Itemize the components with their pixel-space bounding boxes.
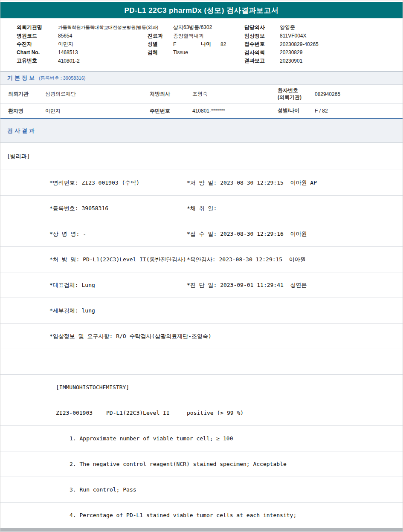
field-label: Chart No. xyxy=(17,49,58,55)
ihc-result-row: ZI23-001903 PD-L1(22C3)Level II positive… xyxy=(0,400,403,426)
field-label: 수진자 xyxy=(17,40,58,48)
field-value: 1468513 xyxy=(58,49,148,55)
field-label: 고유번호 xyxy=(17,57,58,64)
report-right-text: *접 수 일: 2023-08-30 12:29:16 이아원 xyxy=(187,230,403,238)
field-value: 상지63병동/6302 xyxy=(173,24,201,31)
field-label: 의뢰기관명 xyxy=(17,24,58,31)
report-title: PD-L1 22C3 pharmDx (성모) 검사결과보고서 xyxy=(124,6,278,15)
section-title: 기본정보 xyxy=(7,74,36,82)
report-right-text: *육안검사: 2023-08-30 12:29:15 이아원 xyxy=(187,256,403,263)
finding-row: 4. Percentage of PD-L1 stained viable tu… xyxy=(0,503,403,528)
ihc-section-row: [IMMUNOHISTOCHEMISTRY] xyxy=(0,375,403,400)
label-ordering-institution: 의뢰기관 xyxy=(8,90,45,98)
report-empty-line xyxy=(0,349,403,375)
ihc-section-header: [IMMUNOHISTOCHEMISTRY] xyxy=(56,384,129,390)
field-value: 종양혈액내과 xyxy=(173,32,201,40)
field-label: 접수번호 xyxy=(244,40,280,48)
section-subtitle: (등록번호 : 39058316) xyxy=(39,75,85,81)
finding-line: 4. Percentage of PD-L1 stained viable tu… xyxy=(70,512,296,518)
row-hospital-code: 병원코드 85654 진료과 종양혈액내과 임상정보 811VF004X xyxy=(0,32,403,40)
value-resident-number: 410801-******* xyxy=(192,108,278,114)
field-value: 82 xyxy=(220,41,244,47)
label-patient-number-line1: 환자번호 xyxy=(278,87,315,94)
field-value: Tissue xyxy=(173,49,201,55)
report-left-text: *대표검체: Lung xyxy=(49,281,187,289)
field-value: 양영준 xyxy=(280,24,403,31)
row-patient-name: 수진자 이민자 성별 F 나이 82 접수번호 20230829-40265 xyxy=(0,40,403,49)
report-line: *상 병 명: - *접 수 일: 2023-08-30 12:29:16 이아… xyxy=(0,221,403,247)
label-patient-number: 환자번호 (의뢰기관) xyxy=(278,87,315,101)
label-patient-number-line2: (의뢰기관) xyxy=(278,94,315,101)
department-label: [병리과] xyxy=(7,153,30,160)
test-name: PD-L1(22C3)Level II xyxy=(106,410,187,416)
finding-row: 2. The negative control reagent(NCR) sta… xyxy=(0,451,403,477)
field-value: 20230901 xyxy=(280,58,403,64)
value-sex-age: F / 82 xyxy=(315,108,403,114)
section-title: 검사결과 xyxy=(7,127,36,135)
value-patient-name: 이민자 xyxy=(45,107,150,115)
field-label: 진료과 xyxy=(148,32,173,40)
report-line: *처 방 명: PD-L1(22C3)Level II(동반진단검사) *육안검… xyxy=(0,247,403,272)
report-line: *등록번호: 39058316 *채 취 일: xyxy=(0,196,403,221)
field-label: 병원코드 xyxy=(17,32,58,40)
field-label: 검사의뢰 xyxy=(244,49,280,56)
field-value: 20230829-40265 xyxy=(280,41,403,47)
value-prescribing-doctor: 조영숙 xyxy=(192,90,278,98)
basic-info-row: 의뢰기관 삼광의료재단 처방의사 조영숙 환자번호 (의뢰기관) 0829402… xyxy=(0,85,403,104)
field-value: 85654 xyxy=(58,33,148,39)
label-sex-age: 성별/나이 xyxy=(278,107,315,114)
label-prescribing-doctor: 처방의사 xyxy=(150,90,192,98)
field-label: 성별 xyxy=(148,40,173,48)
field-value: 이민자 xyxy=(58,40,148,48)
field-label: 담당의사 xyxy=(244,24,280,31)
finding-line: 2. The negative control reagent(NCR) sta… xyxy=(70,461,287,467)
report-left-text: *처 방 명: PD-L1(22C3)Level II(동반진단검사) xyxy=(49,256,187,263)
report-left-text: *임상정보 및 요구사항: R/O 수탁검사(삼광의료재단-조영숙) xyxy=(49,332,187,340)
report-left-text: *병리번호: ZI23-001903 (수탁) xyxy=(49,179,187,187)
label-patient-name: 환자명 xyxy=(8,107,45,115)
report-left-text: *상 병 명: - xyxy=(49,230,187,238)
report-right-text: *처 방 일: 2023-08-30 12:29:15 이아원 AP xyxy=(187,179,403,187)
report-right-text: *진 단 일: 2023-09-01 11:29:41 성연은 xyxy=(187,281,403,289)
finding-row: 1. Approximate number of viable tumor ce… xyxy=(0,426,403,451)
finding-line: 3. Run control; Pass xyxy=(70,486,136,493)
report-left-text: *등록번호: 39058316 xyxy=(49,205,187,212)
field-value: 410801-2 xyxy=(58,58,148,64)
field-value: 20230829 xyxy=(280,49,403,55)
report-line: *세부검체: lung xyxy=(0,298,403,324)
department-row: [병리과] xyxy=(0,143,403,170)
row-chart-no: Chart No. 1468513 검체 Tissue 검사의뢰 2023082… xyxy=(0,49,403,57)
report-right-text: *채 취 일: xyxy=(187,205,403,212)
basic-info-row: 환자명 이민자 주민번호 410801-******* 성별/나이 F / 82 xyxy=(0,104,403,118)
finding-line: 1. Approximate number of viable tumor ce… xyxy=(70,435,233,442)
section-basic-info-header: 기본정보 (등록번호 : 39058316) xyxy=(0,71,403,85)
field-label: 검체 xyxy=(148,49,173,56)
patient-info-header: 의뢰기관명 가톨릭학원가톨릭대학교대전성모병원(병동(외과) 상지63병동/63… xyxy=(0,18,403,71)
specimen-code: ZI23-001903 xyxy=(56,410,106,416)
finding-row: 3. Run control; Pass xyxy=(0,477,403,503)
row-institution-name: 의뢰기관명 가톨릭학원가톨릭대학교대전성모병원(병동(외과) 상지63병동/63… xyxy=(0,23,403,32)
bottom-strip xyxy=(0,528,403,532)
field-value: 가톨릭학원가톨릭대학교대전성모병원(병동(외과) xyxy=(58,24,148,31)
field-value: F xyxy=(173,41,201,47)
value-ordering-institution: 삼광의료재단 xyxy=(45,90,150,98)
field-label: 결과보고 xyxy=(244,57,280,64)
basic-info-table: 의뢰기관 삼광의료재단 처방의사 조영숙 환자번호 (의뢰기관) 0829402… xyxy=(0,85,403,119)
report-left-text: *세부검체: lung xyxy=(49,307,187,315)
value-patient-number: 082940265 xyxy=(315,91,403,97)
report-line: *병리번호: ZI23-001903 (수탁) *처 방 일: 2023-08-… xyxy=(0,170,403,196)
field-value: 811VF004X xyxy=(280,33,403,39)
test-result: positive (> 99 %) xyxy=(187,410,403,416)
section-results-header: 검사결과 xyxy=(0,119,403,143)
report-line: *임상정보 및 요구사항: R/O 수탁검사(삼광의료재단-조영숙) xyxy=(0,324,403,349)
field-label: 나이 xyxy=(201,40,220,48)
report-line: *대표검체: Lung *진 단 일: 2023-09-01 11:29:41 … xyxy=(0,272,403,298)
report-page: PD-L1 22C3 pharmDx (성모) 검사결과보고서 의뢰기관명 가톨… xyxy=(0,0,403,532)
report-title-bar: PD-L1 22C3 pharmDx (성모) 검사결과보고서 xyxy=(0,2,403,18)
label-resident-number: 주민번호 xyxy=(150,107,192,115)
field-label: 임상정보 xyxy=(244,32,280,40)
row-unique-no: 고유번호 410801-2 결과보고 20230901 xyxy=(0,57,403,65)
